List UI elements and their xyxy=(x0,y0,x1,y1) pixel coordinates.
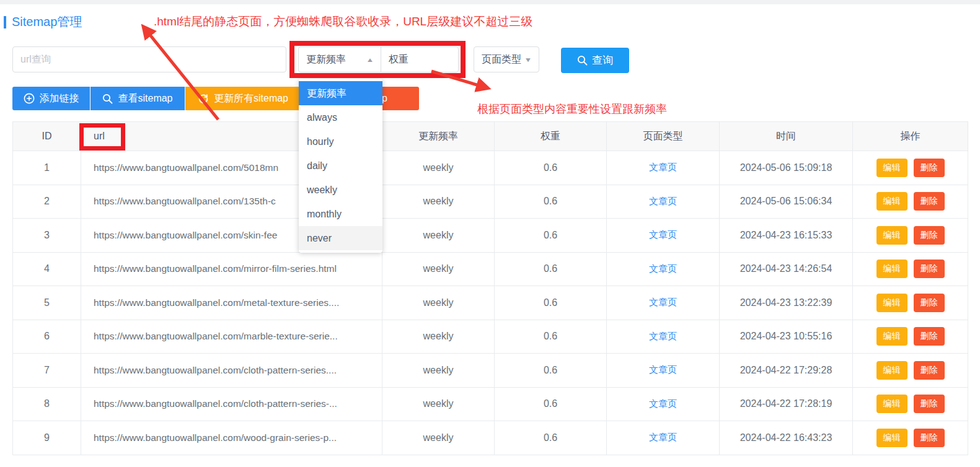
cell-page-type: 文章页 xyxy=(607,185,720,219)
table-row: 3https://www.bangtuowallpanel.com/skin-f… xyxy=(13,219,968,253)
cell-weight: 0.6 xyxy=(495,185,607,219)
annotation-right-note: 根据页面类型内容重要性设置跟新频率 xyxy=(477,102,667,116)
cell-page-type: 文章页 xyxy=(607,320,720,354)
cell-weight: 0.6 xyxy=(495,387,607,421)
table-row: 7https://www.bangtuowallpanel.com/cloth-… xyxy=(13,354,968,388)
page-type-link[interactable]: 文章页 xyxy=(649,297,677,307)
cell-page-type: 文章页 xyxy=(607,219,720,253)
chevron-down-icon: ▼ xyxy=(524,56,532,63)
window-top-edge xyxy=(0,0,980,4)
frequency-select[interactable]: 更新频率 ▲ xyxy=(298,46,381,72)
column-header-4: 页面类型 xyxy=(607,122,720,151)
cell-time: 2024-04-23 16:15:33 xyxy=(720,219,853,253)
page-type-link[interactable]: 文章页 xyxy=(649,364,677,375)
title-accent-bar xyxy=(4,16,6,28)
cell-frequency: weekly xyxy=(382,286,495,320)
cell-id: 5 xyxy=(13,286,81,320)
frequency-select-label: 更新频率 xyxy=(306,53,346,66)
annotation-top-note: .html结尾的静态页面，方便蜘蛛爬取谷歌收录，URL层级建议不超过三级 xyxy=(154,14,532,30)
cell-frequency: weekly xyxy=(382,421,495,455)
table-body: 1https://www.bangtuowallpanel.com/5018mn… xyxy=(13,151,968,455)
cell-actions: 编辑删除 xyxy=(853,387,968,421)
cell-url: https://www.bangtuowallpanel.com/marble-… xyxy=(81,320,382,354)
weight-select[interactable]: 权重 xyxy=(381,46,459,72)
edit-button[interactable]: 编辑 xyxy=(876,327,907,346)
refresh-icon xyxy=(198,93,209,104)
dropdown-option-hourly[interactable]: hourly xyxy=(299,129,382,154)
edit-button[interactable]: 编辑 xyxy=(876,395,907,413)
page-type-select-label: 页面类型 xyxy=(482,53,521,66)
add-link-button[interactable]: 添加链接 xyxy=(12,87,90,110)
dropdown-option-monthly[interactable]: monthly xyxy=(299,202,382,226)
sitemap-table-wrap: IDurl更新频率权重页面类型时间操作 1https://www.bangtuo… xyxy=(12,121,968,455)
arrow-to-right-note xyxy=(431,71,487,88)
cell-weight: 0.6 xyxy=(495,252,607,286)
cell-time: 2024-04-22 17:29:28 xyxy=(720,354,853,388)
delete-button[interactable]: 删除 xyxy=(914,226,945,245)
table-header-row: IDurl更新频率权重页面类型时间操作 xyxy=(13,122,968,151)
delete-button[interactable]: 删除 xyxy=(914,429,945,447)
delete-button[interactable]: 删除 xyxy=(914,395,945,413)
view-sitemap-button[interactable]: 查看sitemap xyxy=(90,87,185,110)
edit-button[interactable]: 编辑 xyxy=(876,226,907,245)
page-type-link[interactable]: 文章页 xyxy=(649,398,677,409)
edit-button[interactable]: 编辑 xyxy=(876,429,907,447)
edit-button[interactable]: 编辑 xyxy=(876,294,907,312)
table-row: 8https://www.bangtuowallpanel.com/cloth-… xyxy=(13,387,968,421)
query-button[interactable]: 查询 xyxy=(561,48,629,73)
cell-weight: 0.6 xyxy=(495,320,607,354)
url-search-input[interactable] xyxy=(12,46,286,72)
delete-button[interactable]: 删除 xyxy=(914,294,945,312)
page-type-link[interactable]: 文章页 xyxy=(649,432,677,442)
page-type-link[interactable]: 文章页 xyxy=(649,196,677,206)
delete-button[interactable]: 删除 xyxy=(914,159,945,177)
edit-button[interactable]: 编辑 xyxy=(876,260,907,278)
cell-actions: 编辑删除 xyxy=(853,286,968,320)
cell-frequency: weekly xyxy=(382,219,495,253)
delete-button[interactable]: 删除 xyxy=(914,361,945,380)
edit-button[interactable]: 编辑 xyxy=(876,192,907,211)
search-icon xyxy=(577,55,588,66)
view-sitemap-label: 查看sitemap xyxy=(118,92,172,105)
table-row: 5https://www.bangtuowallpanel.com/metal-… xyxy=(13,286,968,320)
cell-weight: 0.6 xyxy=(495,421,607,455)
delete-button[interactable]: 删除 xyxy=(914,260,945,278)
edit-button[interactable]: 编辑 xyxy=(876,361,907,380)
cell-frequency: weekly xyxy=(382,320,495,354)
column-header-2: 更新频率 xyxy=(382,122,495,151)
cell-id: 1 xyxy=(13,151,81,185)
search-icon xyxy=(102,94,113,104)
dropdown-option-always[interactable]: always xyxy=(299,105,382,129)
cell-id: 9 xyxy=(13,421,81,455)
dropdown-option-never[interactable]: never xyxy=(299,226,382,250)
delete-button[interactable]: 删除 xyxy=(914,327,945,346)
table-row: 2https://www.bangtuowallpanel.com/135th-… xyxy=(13,185,968,219)
edit-button[interactable]: 编辑 xyxy=(876,159,907,177)
cell-weight: 0.6 xyxy=(495,219,607,253)
frequency-dropdown-list: 更新频率alwayshourlydailyweeklymonthlynever xyxy=(299,79,382,253)
cell-url: https://www.bangtuowallpanel.com/mirror-… xyxy=(81,252,382,286)
table-row: 1https://www.bangtuowallpanel.com/5018mn… xyxy=(13,151,968,185)
cell-weight: 0.6 xyxy=(495,151,607,185)
cell-actions: 编辑删除 xyxy=(853,421,968,455)
cell-actions: 编辑删除 xyxy=(853,219,968,253)
page-type-link[interactable]: 文章页 xyxy=(649,229,677,240)
cell-page-type: 文章页 xyxy=(607,421,720,455)
cell-page-type: 文章页 xyxy=(607,151,720,185)
dropdown-option-daily[interactable]: daily xyxy=(299,154,382,178)
dropdown-option-更新频率[interactable]: 更新频率 xyxy=(299,81,382,105)
dropdown-option-weekly[interactable]: weekly xyxy=(299,178,382,202)
update-all-sitemap-button[interactable]: 更新所有sitemap xyxy=(185,87,301,110)
sitemap-table: IDurl更新频率权重页面类型时间操作 1https://www.bangtuo… xyxy=(12,121,968,455)
delete-button[interactable]: 删除 xyxy=(914,192,945,211)
cell-time: 2024-04-23 13:22:39 xyxy=(720,286,853,320)
page-type-link[interactable]: 文章页 xyxy=(649,162,677,172)
page-type-link[interactable]: 文章页 xyxy=(649,263,677,274)
column-header-6: 操作 xyxy=(853,122,968,151)
cell-id: 4 xyxy=(13,252,81,286)
page-type-select[interactable]: 页面类型 ▼ xyxy=(474,46,539,72)
cell-time: 2024-04-23 10:55:16 xyxy=(720,320,853,354)
page-type-link[interactable]: 文章页 xyxy=(649,331,677,341)
cell-id: 7 xyxy=(13,354,81,388)
cell-frequency: weekly xyxy=(382,151,495,185)
